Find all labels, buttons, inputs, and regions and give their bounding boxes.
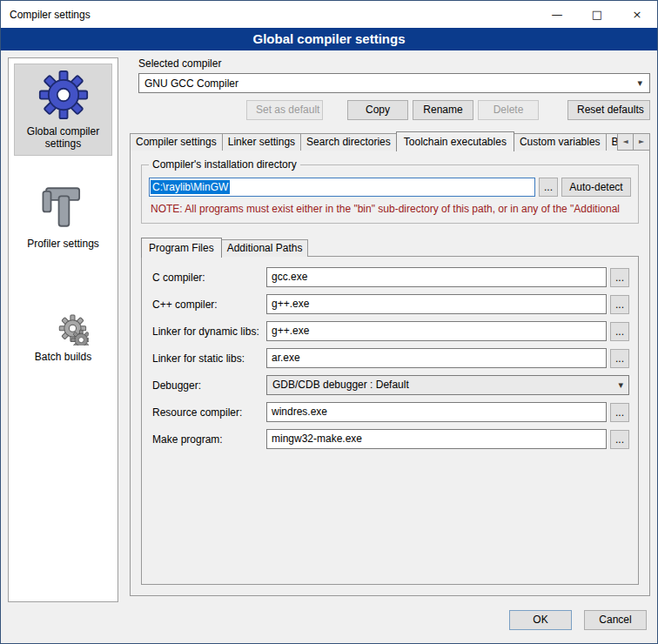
make-program-browse-button[interactable]: ... [610, 430, 629, 449]
c-compiler-browse-button[interactable]: ... [610, 268, 629, 287]
sidebar-item-label: Global compiler settings [17, 125, 110, 150]
page-title: Global compiler settings [1, 28, 657, 50]
auto-detect-button[interactable]: Auto-detect [561, 178, 631, 197]
sidebar-item-label: Profiler settings [16, 238, 111, 250]
tab-custom-variables[interactable]: Custom variables [514, 133, 607, 151]
subtab-program-files[interactable]: Program Files [141, 238, 222, 258]
installation-directory-value: C:\raylib\MinGW [151, 180, 230, 194]
settings-category-sidebar: Global compiler settings Profiler settin… [8, 57, 118, 602]
static-linker-label: Linker for static libs: [152, 352, 266, 365]
make-program-row: Make program: mingw32-make.exe ... [152, 429, 629, 449]
tab-toolchain-executables[interactable]: Toolchain executables [396, 131, 514, 151]
minimize-icon[interactable]: — [537, 1, 577, 28]
selected-compiler-dropdown[interactable]: GNU GCC Compiler ▾ [138, 73, 650, 93]
tab-compiler-settings[interactable]: Compiler settings [130, 133, 223, 151]
debugger-row: Debugger: GDB/CDB debugger : Default ▾ [152, 375, 629, 395]
delete-button[interactable]: Delete [478, 100, 539, 120]
c-compiler-input[interactable]: gcc.exe [266, 267, 607, 287]
ok-button[interactable]: OK [509, 610, 572, 630]
tab-scroll-right-icon[interactable]: ► [634, 133, 650, 151]
dynamic-linker-browse-button[interactable]: ... [610, 322, 629, 341]
dynamic-linker-label: Linker for dynamic libs: [152, 325, 266, 338]
dynamic-linker-row: Linker for dynamic libs: g++.exe ... [152, 321, 629, 341]
static-linker-browse-button[interactable]: ... [610, 349, 629, 368]
sidebar-item-profiler-settings[interactable]: Profiler settings [14, 177, 112, 255]
make-program-label: Make program: [152, 433, 266, 446]
cpp-compiler-label: C++ compiler: [152, 299, 266, 311]
content-area: Selected compiler GNU GCC Compiler ▾ Set… [130, 56, 650, 605]
profiler-tool-icon [38, 182, 89, 232]
tab-scroll-left-icon[interactable]: ◄ [617, 133, 634, 151]
resource-compiler-row: Resource compiler: windres.exe ... [152, 402, 629, 422]
installation-directory-input[interactable]: C:\raylib\MinGW [149, 178, 535, 197]
set-as-default-button[interactable]: Set as default [246, 100, 323, 120]
debugger-value: GDB/CDB debugger : Default [272, 376, 409, 394]
debugger-dropdown[interactable]: GDB/CDB debugger : Default ▾ [266, 375, 629, 395]
cancel-button[interactable]: Cancel [584, 610, 647, 630]
static-linker-row: Linker for static libs: ar.exe ... [152, 348, 629, 368]
installation-directory-row: C:\raylib\MinGW ... Auto-detect [149, 178, 631, 197]
dialog-footer: OK Cancel [1, 605, 657, 643]
subtab-additional-paths[interactable]: Additional Paths [221, 239, 309, 257]
close-icon[interactable]: × [617, 1, 657, 28]
static-linker-input[interactable]: ar.exe [266, 348, 607, 368]
blue-gear-icon [38, 70, 89, 120]
installation-directory-browse-button[interactable]: ... [539, 178, 558, 197]
toolchain-executables-panel: Compiler's installation directory C:\ray… [130, 150, 650, 596]
maximize-icon[interactable]: □ [577, 1, 617, 28]
cpp-compiler-row: C++ compiler: g++.exe ... [152, 294, 629, 314]
resource-compiler-browse-button[interactable]: ... [610, 403, 629, 422]
cpp-compiler-input[interactable]: g++.exe [266, 294, 607, 314]
compiler-actions-row: Set as default Copy Rename Delete Reset … [138, 100, 650, 120]
program-files-tabstrip: Program Files Additional Paths [141, 238, 641, 257]
rename-button[interactable]: Rename [413, 100, 473, 120]
compiler-settings-window: Compiler settings — □ × Global compiler … [0, 0, 658, 644]
selected-compiler-value: GNU GCC Compiler [144, 77, 238, 90]
sidebar-item-label: Batch builds [16, 351, 111, 363]
tab-linker-settings[interactable]: Linker settings [222, 133, 301, 151]
dynamic-linker-input[interactable]: g++.exe [266, 321, 607, 341]
tab-search-directories[interactable]: Search directories [300, 133, 397, 151]
resource-compiler-label: Resource compiler: [152, 406, 266, 419]
sidebar-item-batch-builds[interactable]: Batch builds [14, 290, 112, 368]
bin-subdirectory-note: NOTE: All programs must exist either in … [151, 203, 631, 215]
resource-compiler-input[interactable]: windres.exe [266, 402, 607, 422]
reset-defaults-button[interactable]: Reset defaults [567, 100, 650, 120]
make-program-input[interactable]: mingw32-make.exe [266, 429, 607, 449]
settings-tabstrip: Compiler settings Linker settings Search… [130, 131, 650, 151]
stacked-gears-icon [38, 295, 89, 345]
main-area: Global compiler settings Profiler settin… [1, 50, 657, 605]
debugger-label: Debugger: [152, 379, 266, 392]
installation-directory-label: Compiler's installation directory [149, 158, 300, 171]
c-compiler-row: C compiler: gcc.exe ... [152, 267, 629, 287]
cpp-compiler-browse-button[interactable]: ... [610, 295, 629, 314]
tab-build-truncated[interactable]: Buil [606, 133, 618, 151]
sidebar-item-global-compiler-settings[interactable]: Global compiler settings [14, 64, 112, 156]
chevron-down-icon: ▾ [637, 77, 642, 89]
chevron-down-icon: ▾ [618, 376, 623, 394]
installation-directory-group: Compiler's installation directory C:\ray… [141, 164, 639, 224]
titlebar: Compiler settings — □ × [1, 1, 657, 28]
c-compiler-label: C compiler: [152, 272, 266, 284]
selected-compiler-label: Selected compiler [138, 57, 650, 70]
copy-button[interactable]: Copy [347, 100, 408, 120]
window-title: Compiler settings [1, 9, 537, 21]
program-files-panel: C compiler: gcc.exe ... C++ compiler: g+… [141, 256, 639, 585]
